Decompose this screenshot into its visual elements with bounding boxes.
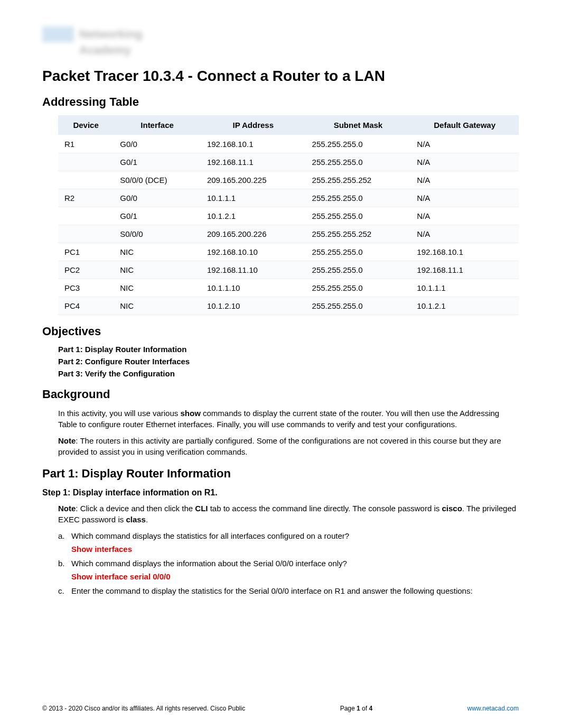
cell-mask: 255.255.255.252: [306, 225, 411, 243]
bg-text: : The routers in this activity are parti…: [58, 436, 501, 456]
cell-ip: 10.1.1.10: [201, 279, 306, 297]
cell-device: [58, 153, 114, 171]
step-content: Which command displays the information a…: [71, 558, 519, 569]
cell-mask: 255.255.255.0: [306, 189, 411, 207]
step-item-b: b. Which command displays the informatio…: [58, 558, 519, 569]
step-items: c. Enter the command to display the stat…: [58, 585, 519, 596]
cell-interface: NIC: [114, 279, 201, 297]
cell-mask: 255.255.255.0: [306, 153, 411, 171]
page-total: 4: [369, 705, 372, 712]
footer-copyright: © 2013 - 2020 Cisco and/or its affiliate…: [42, 705, 245, 712]
footer-page: Page 1 of 4: [340, 705, 372, 712]
note-text: tab to access the command line directly.…: [208, 504, 442, 513]
step-letter: b.: [58, 558, 71, 569]
cell-gateway: N/A: [410, 189, 519, 207]
table-row: G0/1 192.168.11.1 255.255.255.0 N/A: [58, 153, 519, 171]
table-row: PC1 NIC 192.168.10.10 255.255.255.0 192.…: [58, 243, 519, 261]
note-text: : Click a device and then click the: [76, 504, 195, 513]
cell-interface: NIC: [114, 261, 201, 279]
answer-a: Show interfaces: [71, 545, 519, 554]
bg-note-bold: Note: [58, 436, 76, 445]
page-pre: Page: [340, 705, 357, 712]
cell-interface: NIC: [114, 243, 201, 261]
cell-mask: 255.255.255.0: [306, 297, 411, 315]
step-letter: c.: [58, 585, 71, 596]
step-letter: a.: [58, 530, 71, 541]
background-para2: Note: The routers in this activity are p…: [58, 435, 519, 457]
cell-mask: 255.255.255.0: [306, 261, 411, 279]
cell-ip: 192.168.11.10: [201, 261, 306, 279]
cell-gateway: N/A: [410, 171, 519, 189]
note-bold: class: [126, 515, 146, 524]
cell-interface: G0/0: [114, 135, 201, 153]
cell-gateway: N/A: [410, 153, 519, 171]
th-mask: Subnet Mask: [306, 115, 411, 135]
table-row: R1 G0/0 192.168.10.1 255.255.255.0 N/A: [58, 135, 519, 153]
step-content: Which command displays the statistics fo…: [71, 530, 519, 541]
bg-text: In this activity, you will use various: [58, 409, 180, 418]
addressing-table: Device Interface IP Address Subnet Mask …: [58, 115, 519, 315]
background-heading: Background: [42, 388, 519, 401]
cell-interface: G0/1: [114, 153, 201, 171]
cell-gateway: N/A: [410, 207, 519, 225]
note-bold: Note: [58, 504, 76, 513]
table-row: PC3 NIC 10.1.1.10 255.255.255.0 10.1.1.1: [58, 279, 519, 297]
cell-mask: 255.255.255.0: [306, 279, 411, 297]
step-items: a. Which command displays the statistics…: [58, 530, 519, 541]
table-row: PC4 NIC 10.1.2.10 255.255.255.0 10.1.2.1: [58, 297, 519, 315]
cell-gateway: N/A: [410, 135, 519, 153]
cell-ip: 10.1.2.1: [201, 207, 306, 225]
cell-device: PC1: [58, 243, 114, 261]
cell-mask: 255.255.255.0: [306, 135, 411, 153]
background-para1: In this activity, you will use various s…: [58, 408, 519, 430]
cell-device: PC2: [58, 261, 114, 279]
step1-heading: Step 1: Display interface information on…: [42, 488, 519, 497]
addressing-table-heading: Addressing Table: [42, 95, 519, 109]
step1-note: Note: Click a device and then click the …: [58, 503, 519, 525]
th-interface: Interface: [114, 115, 201, 135]
footer-link[interactable]: www.netacad.com: [467, 705, 519, 712]
cell-ip: 10.1.2.10: [201, 297, 306, 315]
cell-device: PC3: [58, 279, 114, 297]
cell-interface: S0/0/0 (DCE): [114, 171, 201, 189]
cell-gateway: 10.1.2.1: [410, 297, 519, 315]
note-bold: cisco: [442, 504, 462, 513]
note-text: .: [146, 515, 148, 524]
cell-interface: S0/0/0: [114, 225, 201, 243]
table-header-row: Device Interface IP Address Subnet Mask …: [58, 115, 519, 135]
objective-item: Part 3: Verify the Configuration: [58, 369, 519, 378]
step-items: b. Which command displays the informatio…: [58, 558, 519, 569]
cell-ip: 192.168.10.1: [201, 135, 306, 153]
page-num: 1: [357, 705, 360, 712]
cell-device: [58, 171, 114, 189]
logo-area: Networking Academy: [42, 26, 519, 57]
page-title: Packet Tracer 10.3.4 - Connect a Router …: [42, 68, 519, 85]
step-content: Enter the command to display the statist…: [71, 585, 519, 596]
logo-row1: Networking: [42, 26, 519, 42]
cell-gateway: 192.168.11.1: [410, 261, 519, 279]
cell-interface: G0/0: [114, 189, 201, 207]
cell-device: PC4: [58, 297, 114, 315]
cell-gateway: 10.1.1.1: [410, 279, 519, 297]
logo-text-academy: Academy: [79, 43, 519, 57]
cell-interface: NIC: [114, 297, 201, 315]
cell-ip: 192.168.11.1: [201, 153, 306, 171]
cell-mask: 255.255.255.252: [306, 171, 411, 189]
th-device: Device: [58, 115, 114, 135]
page-footer: © 2013 - 2020 Cisco and/or its affiliate…: [42, 705, 519, 712]
th-gateway: Default Gateway: [410, 115, 519, 135]
table-row: S0/0/0 (DCE) 209.165.200.225 255.255.255…: [58, 171, 519, 189]
bg-bold: show: [180, 409, 200, 418]
cell-device: R1: [58, 135, 114, 153]
part1-heading: Part 1: Display Router Information: [42, 467, 519, 481]
cell-ip: 192.168.10.10: [201, 243, 306, 261]
cell-device: [58, 207, 114, 225]
objectives-heading: Objectives: [42, 325, 519, 338]
objective-item: Part 1: Display Router Information: [58, 345, 519, 354]
logo-text-networking: Networking: [79, 27, 143, 41]
objective-item: Part 2: Configure Router Interfaces: [58, 357, 519, 366]
cell-ip: 209.165.200.225: [201, 171, 306, 189]
table-row: S0/0/0 209.165.200.226 255.255.255.252 N…: [58, 225, 519, 243]
th-ip: IP Address: [201, 115, 306, 135]
step-item-c: c. Enter the command to display the stat…: [58, 585, 519, 596]
